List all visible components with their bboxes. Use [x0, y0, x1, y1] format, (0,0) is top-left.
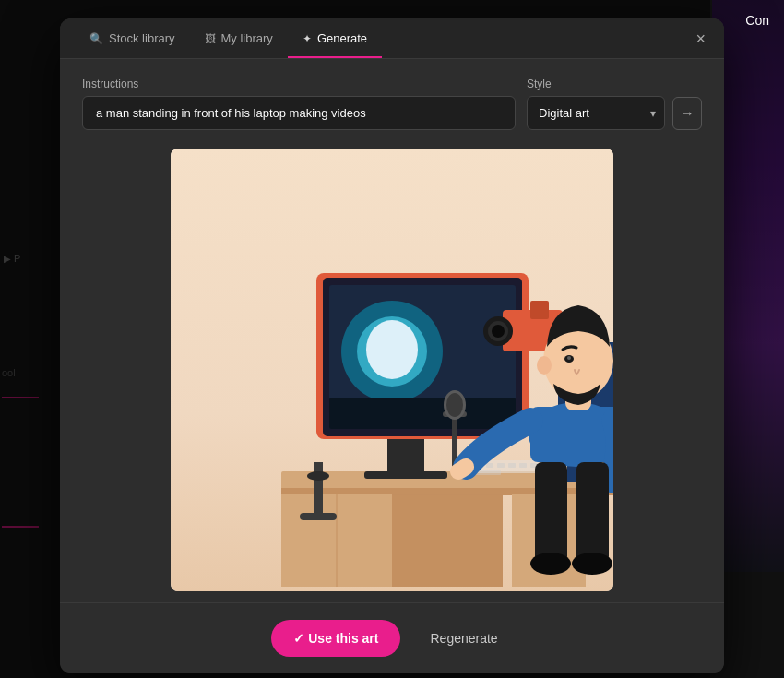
style-label: Style — [527, 77, 702, 90]
svg-point-45 — [567, 356, 571, 360]
tab-my-library[interactable]: 🖼 My library — [190, 18, 288, 58]
svg-rect-31 — [508, 463, 516, 468]
instructions-input[interactable] — [82, 96, 516, 130]
form-row: Instructions Style Digital art Photoreal… — [82, 77, 702, 130]
action-bar: ✓ Use this art Regenerate — [60, 602, 724, 673]
svg-point-49 — [572, 553, 612, 575]
tab-stock-library[interactable]: 🔍 Stock library — [75, 18, 190, 58]
style-select-wrapper: Digital art Photorealistic Cartoon Water… — [527, 96, 665, 130]
generate-button[interactable]: → — [672, 97, 702, 130]
svg-rect-8 — [387, 434, 424, 476]
regenerate-button[interactable]: Regenerate — [415, 620, 512, 657]
svg-point-15 — [366, 320, 418, 379]
modal-backdrop: 🔍 Stock library 🖼 My library ✦ Generate … — [0, 0, 784, 678]
style-select[interactable]: Digital art Photorealistic Cartoon Water… — [527, 96, 665, 130]
tab-bar: 🔍 Stock library 🖼 My library ✦ Generate … — [60, 18, 724, 59]
svg-rect-16 — [329, 398, 516, 429]
svg-rect-46 — [535, 462, 567, 564]
modal: 🔍 Stock library 🖼 My library ✦ Generate … — [60, 18, 724, 673]
svg-rect-50 — [314, 462, 323, 517]
svg-rect-51 — [300, 513, 337, 520]
svg-point-52 — [307, 471, 329, 481]
svg-point-43 — [537, 356, 552, 375]
svg-rect-29 — [486, 463, 493, 468]
use-art-button[interactable]: ✓ Use this art — [271, 620, 400, 657]
svg-rect-40 — [530, 407, 613, 462]
svg-rect-32 — [519, 463, 527, 468]
instructions-label: Instructions — [82, 77, 516, 90]
svg-rect-4 — [392, 494, 503, 587]
svg-point-25 — [446, 393, 463, 417]
ai-generated-illustration — [171, 149, 613, 591]
svg-point-21 — [492, 325, 505, 338]
svg-point-48 — [530, 553, 571, 575]
modal-body: Instructions Style Digital art Photoreal… — [60, 59, 724, 602]
con-label: Con — [731, 0, 784, 41]
close-button[interactable]: × — [692, 27, 709, 51]
svg-rect-47 — [576, 462, 609, 564]
tab-generate[interactable]: ✦ Generate — [288, 18, 382, 58]
generated-image-container — [82, 149, 702, 591]
generate-icon: ✦ — [303, 32, 312, 45]
library-icon: 🖼 — [205, 32, 216, 45]
search-icon: 🔍 — [89, 32, 103, 45]
instructions-group: Instructions — [82, 77, 516, 130]
svg-rect-30 — [497, 463, 505, 468]
style-row: Digital art Photorealistic Cartoon Water… — [527, 96, 702, 130]
generated-image — [171, 149, 613, 591]
style-group: Style Digital art Photorealistic Cartoon… — [527, 77, 702, 130]
svg-rect-18 — [530, 301, 549, 319]
svg-rect-9 — [364, 471, 447, 479]
